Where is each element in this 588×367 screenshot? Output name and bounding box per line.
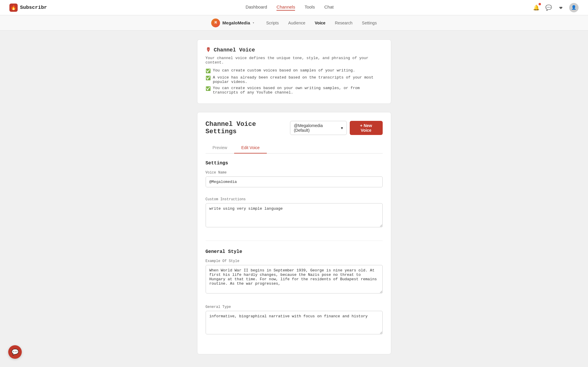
avatar[interactable]: 👤: [569, 3, 579, 12]
settings-header: Channel Voice Settings @Megalomedia (Def…: [206, 121, 383, 135]
settings-section: Settings Voice Name Custom Instructions …: [206, 161, 383, 233]
example-style-label: Example Of Style: [206, 259, 383, 263]
voice-selector-label: @Megalomedia (Default): [294, 123, 339, 133]
channel-nav-links: Scripts Audience Voice Research Settings: [266, 21, 377, 25]
heart-icon: ❤️: [559, 4, 563, 11]
channel-nav: M MegaloMedia ▾ Scripts Audience Voice R…: [0, 15, 588, 31]
check-icon-2: ✅: [206, 76, 211, 81]
check-item-3: ✅ You can create voices based on your ow…: [206, 86, 383, 95]
example-style-input[interactable]: When World War II begins in September 19…: [206, 265, 383, 293]
top-nav-right: 🔔 💬 ❤️ 👤: [532, 3, 579, 12]
general-type-input[interactable]: informative, biographical narrative with…: [206, 311, 383, 334]
general-style-section: General Style Example Of Style When Worl…: [206, 249, 383, 341]
custom-instructions-field-group: Custom Instructions write using very sim…: [206, 197, 383, 233]
example-style-field-group: Example Of Style When World War II begin…: [206, 259, 383, 300]
settings-header-controls: @Megalomedia (Default) ▾ + New Voice: [290, 121, 383, 135]
app-name: Subscribr: [20, 5, 47, 10]
voice-selector[interactable]: @Megalomedia (Default) ▾: [290, 121, 347, 135]
channel-brand[interactable]: M MegaloMedia ▾: [211, 19, 254, 27]
voice-name-field-group: Voice Name: [206, 171, 383, 192]
tab-edit-voice[interactable]: Edit Voice: [234, 142, 266, 154]
info-card-description: Your channel voice defines the unique to…: [206, 56, 383, 65]
top-nav: 🔥 Subscribr Dashboard Channels Tools Cha…: [0, 0, 588, 15]
check-icon-1: ✅: [206, 69, 211, 74]
voice-selector-chevron: ▾: [341, 126, 343, 130]
info-card: 🎙 Channel Voice Your channel voice defin…: [197, 39, 391, 104]
settings-section-title: Settings: [206, 161, 383, 166]
channel-avatar: M: [211, 19, 220, 27]
tabs: Preview Edit Voice: [206, 142, 383, 154]
check-item-2: ✅ A voice has already been created based…: [206, 75, 383, 84]
notification-badge: [539, 3, 541, 5]
app-logo[interactable]: 🔥 Subscribr: [9, 4, 47, 12]
custom-instructions-label: Custom Instructions: [206, 197, 383, 201]
settings-card-title: Channel Voice Settings: [206, 121, 290, 135]
main-content: 🎙 Channel Voice Your channel voice defin…: [191, 31, 397, 363]
bell-icon: 🔔: [533, 4, 539, 11]
notifications-button[interactable]: 🔔: [532, 4, 540, 12]
general-type-field-group: General Type informative, biographical n…: [206, 305, 383, 341]
voice-name-input[interactable]: [206, 176, 383, 187]
custom-instructions-input[interactable]: write using very simple language: [206, 203, 383, 227]
chevron-down-icon: ▾: [252, 21, 254, 25]
voice-name-label: Voice Name: [206, 171, 383, 175]
nav-chat[interactable]: Chat: [324, 4, 334, 11]
support-icon: 💬: [11, 348, 19, 356]
nav-dashboard[interactable]: Dashboard: [246, 4, 267, 11]
channel-nav-scripts[interactable]: Scripts: [266, 21, 279, 25]
check-icon-3: ✅: [206, 86, 211, 91]
channel-nav-settings[interactable]: Settings: [362, 21, 377, 25]
channel-name: MegaloMedia: [222, 20, 250, 25]
channel-nav-audience[interactable]: Audience: [288, 21, 305, 25]
new-voice-button[interactable]: + New Voice: [350, 121, 383, 135]
support-bubble[interactable]: 💬: [8, 345, 22, 359]
nav-tools[interactable]: Tools: [304, 4, 315, 11]
info-card-title: 🎙 Channel Voice: [206, 47, 383, 53]
channel-nav-voice[interactable]: Voice: [315, 21, 325, 25]
logo-icon: 🔥: [9, 4, 18, 12]
check-item-1: ✅ You can create custom voices based on …: [206, 68, 383, 74]
divider: [206, 241, 383, 241]
general-style-section-title: General Style: [206, 249, 383, 254]
top-nav-links: Dashboard Channels Tools Chat: [246, 4, 334, 11]
general-type-label: General Type: [206, 305, 383, 309]
chat-icon: 💬: [545, 4, 552, 11]
nav-channels[interactable]: Channels: [276, 4, 295, 11]
favorites-button[interactable]: ❤️: [557, 4, 565, 12]
messages-button[interactable]: 💬: [544, 4, 553, 12]
mic-icon: 🎙: [206, 47, 211, 53]
settings-card: Channel Voice Settings @Megalomedia (Def…: [197, 112, 391, 354]
tab-preview[interactable]: Preview: [206, 142, 234, 154]
channel-nav-research[interactable]: Research: [335, 21, 352, 25]
